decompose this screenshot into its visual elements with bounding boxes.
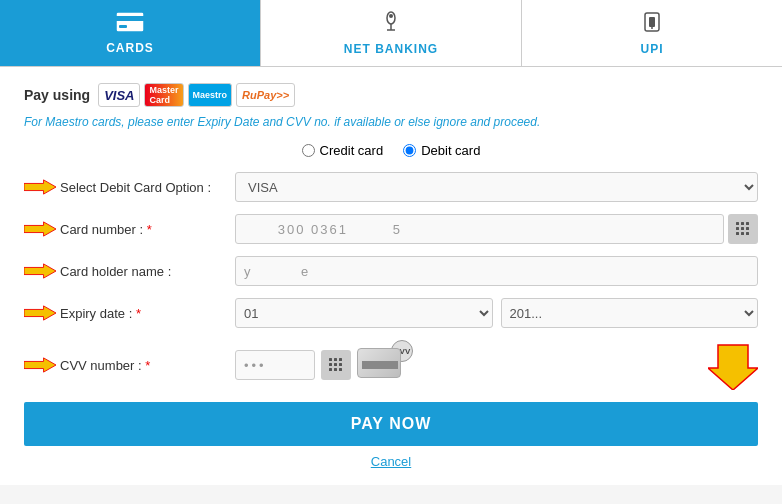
- tab-bar: CARDS NET BANKING UPI: [0, 0, 782, 67]
- svg-marker-23: [24, 358, 56, 372]
- svg-rect-29: [339, 363, 342, 366]
- upi-icon: [640, 10, 664, 40]
- svg-rect-31: [334, 368, 337, 371]
- svg-marker-21: [24, 264, 56, 278]
- svg-marker-11: [24, 222, 56, 236]
- svg-marker-10: [24, 180, 56, 194]
- cvv-keypad-btn[interactable]: [321, 350, 351, 380]
- card-number-row: Card number : *: [24, 214, 758, 244]
- arrow-cardnum: [24, 220, 60, 238]
- arrow-cvv: [24, 356, 60, 374]
- tab-cards[interactable]: CARDS: [0, 0, 261, 66]
- down-arrow-icon: [708, 340, 758, 390]
- svg-rect-32: [339, 368, 342, 371]
- netbanking-icon: [379, 10, 403, 40]
- card-number-label: Card number : *: [60, 222, 235, 237]
- svg-rect-28: [334, 363, 337, 366]
- tab-netbanking[interactable]: NET BANKING: [261, 0, 522, 66]
- cvv-input[interactable]: [235, 350, 315, 380]
- svg-rect-26: [339, 358, 342, 361]
- select-card-dropdown[interactable]: VISA MasterCard Maestro RuPay: [235, 172, 758, 202]
- pay-using-label: Pay using: [24, 87, 90, 103]
- svg-rect-13: [741, 222, 744, 225]
- svg-rect-25: [334, 358, 337, 361]
- card-number-input-group: [235, 214, 758, 244]
- tab-upi[interactable]: UPI: [522, 0, 782, 66]
- card-holder-label: Card holder name :: [60, 264, 235, 279]
- card-holder-input[interactable]: [235, 256, 758, 286]
- svg-rect-15: [736, 227, 739, 230]
- payment-container: CARDS NET BANKING UPI: [0, 0, 782, 485]
- content-area: Pay using VISA MasterCard Maestro RuPay>…: [0, 67, 782, 485]
- svg-rect-16: [741, 227, 744, 230]
- card-logos: VISA MasterCard Maestro RuPay>>: [98, 83, 295, 107]
- mastercard-logo: MasterCard: [144, 83, 183, 107]
- svg-rect-27: [329, 363, 332, 366]
- cvv-label: CVV number : *: [60, 358, 235, 373]
- tab-netbanking-label: NET BANKING: [344, 42, 438, 56]
- svg-rect-18: [736, 232, 739, 235]
- credit-card-radio[interactable]: [302, 144, 315, 157]
- arrow-select: [24, 178, 60, 196]
- credit-card-label: Credit card: [320, 143, 384, 158]
- card-holder-row: Card holder name :: [24, 256, 758, 286]
- debit-card-radio[interactable]: [403, 144, 416, 157]
- rupay-logo: RuPay>>: [236, 83, 295, 107]
- arrow-holder: [24, 262, 60, 280]
- visa-logo: VISA: [98, 83, 140, 107]
- svg-point-9: [651, 27, 653, 29]
- cards-icon: [115, 11, 145, 39]
- cancel-link[interactable]: Cancel: [24, 454, 758, 469]
- card-number-keypad-btn[interactable]: [728, 214, 758, 244]
- svg-rect-2: [119, 25, 127, 28]
- svg-rect-1: [116, 16, 144, 21]
- svg-rect-24: [329, 358, 332, 361]
- pay-now-button[interactable]: PAY NOW: [24, 402, 758, 446]
- maestro-logo: Maestro: [188, 83, 233, 107]
- svg-marker-22: [24, 306, 56, 320]
- select-card-label: Select Debit Card Option :: [60, 180, 235, 195]
- expiry-year-select[interactable]: 201...20242025 202620272028 20292030: [501, 298, 759, 328]
- svg-rect-30: [329, 368, 332, 371]
- cvv-input-group: CVV: [235, 340, 758, 390]
- cvv-card-icon: CVV: [357, 348, 407, 382]
- expiry-selects: 010203 040506 070809 101112 201...202420…: [235, 298, 758, 328]
- tab-upi-label: UPI: [640, 42, 663, 56]
- select-card-row: Select Debit Card Option : VISA MasterCa…: [24, 172, 758, 202]
- credit-card-option[interactable]: Credit card: [302, 143, 384, 158]
- svg-rect-19: [741, 232, 744, 235]
- down-arrow-container: [708, 340, 758, 390]
- pay-using-row: Pay using VISA MasterCard Maestro RuPay>…: [24, 83, 758, 107]
- svg-rect-20: [746, 232, 749, 235]
- svg-rect-0: [116, 12, 144, 32]
- svg-rect-14: [746, 222, 749, 225]
- expiry-label: Expiry date : *: [60, 306, 235, 321]
- svg-point-6: [389, 14, 393, 18]
- cvv-row: CVV number : *: [24, 340, 758, 390]
- svg-marker-33: [708, 345, 758, 390]
- radio-row: Credit card Debit card: [24, 143, 758, 158]
- arrow-expiry: [24, 304, 60, 322]
- expiry-month-select[interactable]: 010203 040506 070809 101112: [235, 298, 493, 328]
- tab-cards-label: CARDS: [106, 41, 154, 55]
- expiry-row: Expiry date : * 010203 040506 070809 101…: [24, 298, 758, 328]
- svg-rect-17: [746, 227, 749, 230]
- maestro-note: For Maestro cards, please enter Expiry D…: [24, 115, 758, 129]
- cvv-card-img: [357, 348, 401, 378]
- debit-card-option[interactable]: Debit card: [403, 143, 480, 158]
- debit-card-label: Debit card: [421, 143, 480, 158]
- card-number-input[interactable]: [235, 214, 724, 244]
- svg-rect-8: [649, 17, 655, 27]
- svg-rect-12: [736, 222, 739, 225]
